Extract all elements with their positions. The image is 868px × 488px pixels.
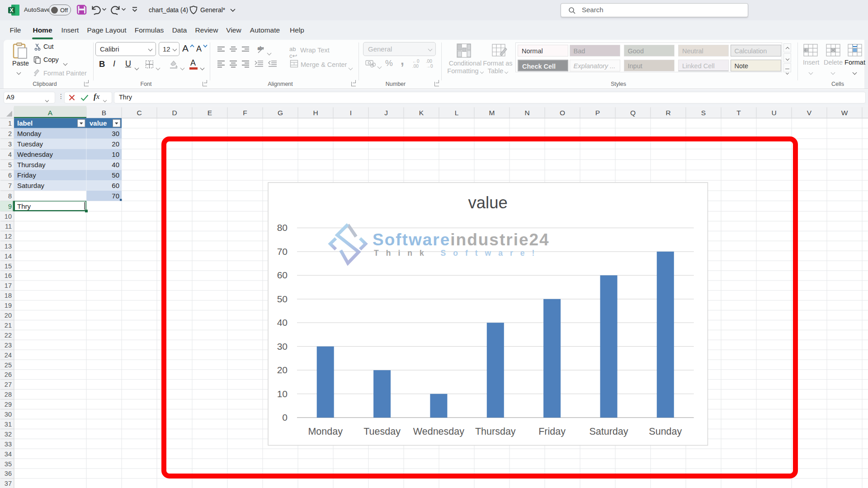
svg-text:15: 15 [5,263,12,270]
svg-text:Think Software!: Think Software! [374,249,542,258]
svg-text:F: F [243,109,247,117]
svg-text:16: 16 [5,272,12,279]
svg-text:Tuesday: Tuesday [17,140,43,148]
svg-text:Thry: Thry [17,202,31,210]
svg-text:21: 21 [5,322,12,329]
svg-text:20: 20 [5,312,12,319]
svg-text:80: 80 [277,222,288,233]
svg-text:T: T [736,109,741,117]
svg-text:B: B [102,109,106,117]
svg-text:7: 7 [8,182,12,189]
svg-text:L: L [455,109,459,117]
svg-text:35: 35 [5,460,12,468]
svg-text:Thursday: Thursday [17,161,46,169]
svg-text:W: W [841,109,848,117]
svg-text:J: J [384,109,388,117]
svg-text:A: A [48,109,53,117]
svg-text:70: 70 [112,192,119,200]
svg-text:29: 29 [5,401,12,408]
svg-text:5: 5 [8,161,12,169]
svg-text:Thursday: Thursday [475,426,516,437]
svg-text:K: K [419,109,424,117]
svg-text:18: 18 [5,292,12,299]
svg-text:33: 33 [5,441,12,448]
svg-text:Friday: Friday [17,171,36,179]
svg-text:14: 14 [5,253,12,260]
svg-text:label: label [17,119,33,127]
svg-text:Saturday: Saturday [589,426,628,437]
svg-text:23: 23 [5,342,12,349]
svg-text:6: 6 [8,172,12,179]
svg-text:Wednesday: Wednesday [413,426,464,437]
svg-text:G: G [278,109,283,117]
svg-text:8: 8 [8,192,12,200]
svg-text:Monday: Monday [308,426,343,437]
svg-text:M: M [489,109,495,117]
svg-text:37: 37 [5,480,12,487]
svg-text:26: 26 [5,371,12,378]
svg-text:13: 13 [5,243,12,250]
svg-text:H: H [313,109,318,117]
svg-text:32: 32 [5,431,12,438]
svg-text:9: 9 [8,203,12,210]
svg-text:Q: Q [630,109,636,117]
svg-text:Tuesday: Tuesday [363,426,401,437]
svg-text:28: 28 [5,391,12,398]
svg-text:value: value [90,119,107,127]
svg-text:Friday: Friday [538,426,566,437]
svg-text:34: 34 [5,450,12,458]
svg-text:50: 50 [112,171,119,179]
svg-text:S: S [701,109,706,117]
svg-text:V: V [807,109,812,117]
svg-text:I: I [350,109,352,117]
svg-text:36: 36 [5,470,12,477]
svg-text:P: P [595,109,600,117]
svg-text:40: 40 [277,317,288,328]
svg-text:24: 24 [5,352,12,359]
svg-text:40: 40 [112,161,119,169]
svg-text:19: 19 [5,302,12,309]
svg-text:31: 31 [5,421,12,428]
svg-text:D: D [172,109,177,117]
svg-text:Sunday: Sunday [649,426,682,437]
svg-text:3: 3 [8,141,12,148]
svg-text:60: 60 [112,182,119,189]
svg-text:E: E [208,109,212,117]
svg-text:O: O [560,109,565,117]
svg-text:1: 1 [8,120,12,127]
svg-text:10: 10 [277,389,288,399]
svg-text:20: 20 [277,365,288,375]
svg-text:20: 20 [112,140,119,148]
svg-text:Monday: Monday [17,130,42,137]
svg-text:0: 0 [282,412,288,422]
svg-text:30: 30 [112,130,119,137]
svg-text:27: 27 [5,381,12,388]
svg-text:11: 11 [5,223,12,230]
svg-text:4: 4 [8,151,12,158]
svg-text:Softwareindustrie24: Softwareindustrie24 [373,230,550,249]
svg-text:60: 60 [277,270,288,280]
svg-text:10: 10 [5,213,12,220]
svg-text:Saturday: Saturday [17,182,45,189]
svg-text:22: 22 [5,332,12,339]
svg-text:50: 50 [277,294,288,304]
svg-text:2: 2 [8,130,12,137]
svg-text:U: U [771,109,776,117]
svg-text:R: R [665,109,670,117]
svg-text:C: C [137,109,142,117]
svg-text:N: N [524,109,529,117]
svg-text:10: 10 [112,150,119,158]
svg-text:30: 30 [5,411,12,418]
svg-text:25: 25 [5,361,12,369]
svg-text:value: value [468,193,508,212]
svg-text:30: 30 [277,341,288,352]
svg-text:70: 70 [277,246,288,257]
svg-text:Wednesday: Wednesday [17,150,53,158]
svg-text:12: 12 [5,233,12,240]
svg-text:17: 17 [5,282,12,289]
